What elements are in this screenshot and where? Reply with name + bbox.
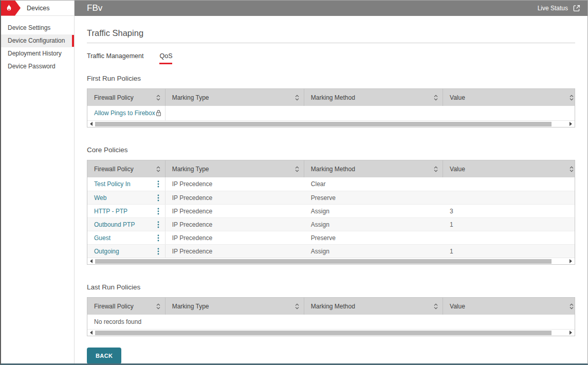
tab-qos[interactable]: QoS [159, 52, 172, 64]
column-header-label: Marking Method [311, 166, 355, 173]
column-header-marking-type[interactable]: Marking Type [166, 160, 304, 177]
policy-link-test-policy-in[interactable]: Test Policy In [94, 180, 131, 188]
scrollbar-track[interactable] [95, 331, 567, 335]
topbar: FBv Live Status [75, 1, 587, 16]
scrollbar-thumb[interactable] [95, 122, 552, 126]
sort-icon[interactable] [156, 303, 160, 309]
back-button[interactable]: BACK [87, 348, 121, 363]
column-header-value[interactable]: Value [443, 160, 575, 177]
marking-method-cell: Assign [304, 208, 443, 215]
sort-icon[interactable] [569, 303, 574, 309]
policy-link-http-ptp[interactable]: HTTP - PTP [94, 208, 127, 215]
kebab-menu-icon[interactable] [157, 248, 159, 255]
sort-icon[interactable] [156, 166, 160, 172]
column-header-marking-method[interactable]: Marking Method [304, 298, 443, 315]
sidebar-item-device-configuration[interactable]: Device Configuration [1, 34, 74, 47]
sort-icon[interactable] [295, 166, 299, 172]
column-header-marking-method[interactable]: Marking Method [304, 160, 443, 177]
scroll-right-arrow[interactable] [568, 331, 573, 335]
marking-method-cell: Assign [304, 221, 443, 228]
policy-link-web[interactable]: Web [94, 194, 106, 202]
scrollbar-thumb[interactable] [95, 331, 552, 335]
scroll-left-arrow[interactable] [89, 122, 94, 126]
column-header-label: Firewall Policy [94, 303, 134, 310]
sort-icon[interactable] [434, 166, 438, 172]
last-run-policies-table: Firewall PolicyMarking TypeMarking Metho… [87, 297, 575, 336]
page-title: Traffic Shaping [87, 28, 575, 43]
sort-icon[interactable] [434, 95, 438, 101]
kebab-menu-icon[interactable] [157, 194, 159, 202]
scroll-right-arrow[interactable] [568, 122, 573, 126]
table-row: Test Policy InIP PrecedenceClear [87, 177, 575, 191]
marking-type-cell: IP Precedence [166, 180, 304, 188]
scroll-left-arrow[interactable] [89, 259, 94, 263]
kebab-menu-icon[interactable] [157, 221, 159, 228]
kebab-menu-icon[interactable] [157, 180, 159, 188]
column-header-value[interactable]: Value [443, 89, 575, 106]
firewall-policy-cell: Outbound PTP [87, 218, 166, 231]
sidebar-item-device-settings[interactable]: Device Settings [1, 22, 74, 34]
marking-method-cell: Preserve [304, 234, 443, 242]
sidebar-item-label: Device Configuration [8, 37, 65, 44]
brand-pennant[interactable] [1, 1, 21, 16]
lock-icon [155, 110, 162, 117]
column-header-label: Value [450, 303, 465, 310]
main-area: FBv Live Status Traffic Shaping Traffic … [75, 1, 587, 363]
live-status-link[interactable]: Live Status [538, 4, 581, 12]
sort-icon[interactable] [295, 303, 299, 309]
scrollbar-track[interactable] [95, 122, 567, 126]
scrollbar-thumb[interactable] [95, 259, 552, 264]
firewall-policy-cell: Outgoing [87, 245, 166, 258]
app-window: Devices Device Settings Device Configura… [0, 0, 588, 365]
column-header-firewall-policy[interactable]: Firewall Policy [87, 89, 166, 106]
table-row: GuestIP PrecedencePreserve [87, 231, 575, 244]
section-core-policies: Core Policies Firewall PolicyMarking Typ… [87, 146, 575, 265]
table-row: HTTP - PTPIP PrecedenceAssign3 [87, 204, 575, 217]
sort-icon[interactable] [295, 95, 299, 101]
scroll-left-arrow[interactable] [89, 331, 94, 335]
page-content: Traffic Shaping Traffic Management QoS F… [75, 16, 587, 363]
column-header-firewall-policy[interactable]: Firewall Policy [87, 160, 166, 177]
horizontal-scrollbar[interactable] [87, 120, 575, 127]
sort-icon[interactable] [156, 95, 160, 101]
table-body: Allow Pings to Firebox [87, 106, 575, 120]
sort-icon[interactable] [569, 95, 574, 101]
column-header-value[interactable]: Value [443, 298, 575, 315]
policy-link-allow-pings-to-firebox[interactable]: Allow Pings to Firebox [94, 110, 155, 117]
column-header-label: Firewall Policy [94, 166, 134, 173]
column-header-firewall-policy[interactable]: Firewall Policy [87, 298, 166, 315]
scrollbar-track[interactable] [95, 259, 567, 264]
column-header-marking-type[interactable]: Marking Type [166, 89, 304, 106]
column-header-label: Marking Type [172, 166, 209, 173]
table-header-row: Firewall PolicyMarking TypeMarking Metho… [87, 298, 575, 315]
table-row: OutgoingIP PrecedenceAssign1 [87, 244, 575, 258]
first-run-policies-table: Firewall PolicyMarking TypeMarking Metho… [87, 88, 575, 127]
policy-link-guest[interactable]: Guest [94, 234, 111, 242]
sort-icon[interactable] [569, 166, 574, 172]
column-header-label: Value [450, 166, 465, 173]
policy-link-outbound-ptp[interactable]: Outbound PTP [94, 221, 135, 228]
sort-icon[interactable] [434, 303, 438, 309]
sidebar-item-deployment-history[interactable]: Deployment History [1, 47, 74, 60]
table-header-row: Firewall PolicyMarking TypeMarking Metho… [87, 160, 575, 177]
kebab-menu-icon[interactable] [157, 234, 159, 242]
column-header-label: Marking Method [311, 94, 355, 101]
column-header-label: Marking Type [172, 94, 209, 101]
value-cell: 1 [443, 248, 575, 255]
policy-link-outgoing[interactable]: Outgoing [94, 248, 119, 255]
sidebar-item-device-password[interactable]: Device Password [1, 60, 74, 73]
tab-traffic-management[interactable]: Traffic Management [87, 52, 143, 64]
marking-method-cell: Clear [304, 180, 443, 188]
column-header-label: Marking Method [311, 303, 355, 310]
column-header-marking-method[interactable]: Marking Method [304, 89, 443, 106]
horizontal-scrollbar[interactable] [87, 258, 575, 264]
core-policies-table: Firewall PolicyMarking TypeMarking Metho… [87, 160, 575, 265]
horizontal-scrollbar[interactable] [87, 329, 575, 336]
kebab-menu-icon[interactable] [157, 208, 159, 215]
external-link-icon [573, 4, 581, 12]
scroll-right-arrow[interactable] [568, 259, 573, 263]
active-item-indicator [72, 35, 74, 47]
column-header-marking-type[interactable]: Marking Type [166, 298, 304, 315]
table-header-row: Firewall PolicyMarking TypeMarking Metho… [87, 89, 575, 106]
column-header-label: Firewall Policy [94, 94, 134, 101]
